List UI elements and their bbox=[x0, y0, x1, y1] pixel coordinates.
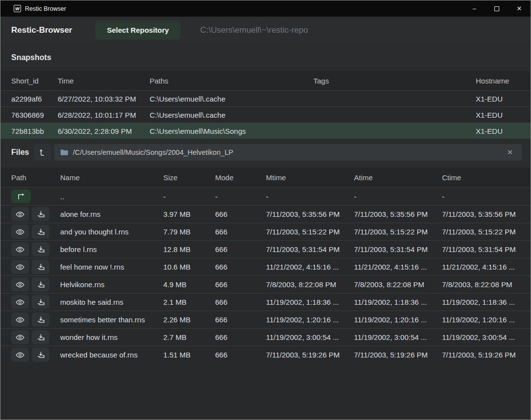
file-name: feel home now !.rns bbox=[60, 263, 163, 271]
snapshot-row[interactable]: 76306869 6/28/2022, 10:01:17 PM C:\Users… bbox=[0, 106, 531, 123]
file-row[interactable]: feel home now !.rns 10.6 MB 666 11/21/20… bbox=[0, 258, 531, 275]
eye-icon bbox=[16, 282, 24, 288]
preview-file-button[interactable] bbox=[11, 330, 29, 344]
files-table-body: alone for.rns 3.97 MB 666 7/11/2003, 5:3… bbox=[0, 205, 531, 363]
file-row[interactable]: moskito he said.rns 2.1 MB 666 11/19/200… bbox=[0, 293, 531, 311]
file-ctime: 11/19/2002, 1:20:16 ... bbox=[442, 315, 520, 324]
preview-file-button[interactable] bbox=[11, 277, 29, 292]
download-file-button[interactable] bbox=[32, 242, 49, 256]
clear-path-button[interactable]: ✕ bbox=[504, 147, 516, 158]
snapshot-row[interactable]: 72b813bb 6/30/2022, 2:28:09 PM C:\Users\… bbox=[0, 123, 531, 139]
snapshot-row[interactable]: a2299af6 6/27/2022, 10:03:32 PM C:\Users… bbox=[0, 90, 531, 106]
snapshot-time: 6/30/2022, 2:28:09 PM bbox=[58, 127, 150, 135]
file-atime: 7/11/2003, 5:31:54 PM bbox=[354, 245, 442, 253]
parent-row-mode: - bbox=[215, 192, 266, 201]
app-title: Restic-Browser bbox=[11, 25, 72, 35]
current-path-bar[interactable]: /C/Users/emuell/Music/Songs/2004_Helveti… bbox=[54, 144, 522, 161]
snapshot-short-id: 72b813bb bbox=[11, 127, 58, 135]
file-atime: 11/19/2002, 3:00:54 ... bbox=[354, 333, 442, 341]
close-button[interactable]: ✕ bbox=[508, 0, 531, 17]
file-row[interactable]: Helvikone.rns 4.9 MB 666 7/8/2003, 8:22:… bbox=[0, 275, 531, 293]
parent-directory-button[interactable] bbox=[11, 189, 31, 203]
file-size: 12.8 MB bbox=[163, 245, 215, 253]
file-row[interactable]: and you thought l.rns 7.79 MB 666 7/11/2… bbox=[0, 223, 531, 240]
file-atime: 7/11/2003, 5:15:22 PM bbox=[354, 228, 442, 236]
eye-icon bbox=[16, 299, 24, 305]
minimize-icon: – bbox=[472, 5, 476, 12]
file-name: and you thought l.rns bbox=[60, 228, 163, 236]
file-ctime: 11/19/2002, 3:00:54 ... bbox=[442, 333, 520, 341]
download-file-button[interactable] bbox=[32, 330, 49, 344]
preview-file-button[interactable] bbox=[11, 295, 29, 309]
preview-file-button[interactable] bbox=[11, 348, 29, 362]
file-mtime: 7/11/2003, 5:35:56 PM bbox=[266, 210, 354, 218]
go-up-level-button[interactable] bbox=[34, 144, 51, 161]
download-file-button[interactable] bbox=[32, 313, 49, 327]
download-icon bbox=[37, 299, 44, 306]
files-table-header: Path Name Size Mode Mtime Atime Ctime bbox=[0, 168, 531, 187]
file-mode: 666 bbox=[215, 333, 266, 341]
download-file-button[interactable] bbox=[32, 225, 49, 239]
snapshot-time: 6/27/2022, 10:03:32 PM bbox=[58, 95, 150, 103]
snapshot-hostname: X1-EDU bbox=[476, 95, 520, 103]
parent-row-size: - bbox=[163, 192, 215, 201]
files-bar: Files /C/Users/emuell/Music/Songs/2004_H… bbox=[0, 139, 531, 168]
file-name: wrecked because of.rns bbox=[60, 351, 163, 359]
file-mode: 666 bbox=[215, 315, 266, 324]
file-row[interactable]: wonder how it.rns 2.7 MB 666 11/19/2002,… bbox=[0, 328, 531, 346]
file-atime: 11/19/2002, 1:20:16 ... bbox=[354, 315, 442, 324]
preview-file-button[interactable] bbox=[11, 313, 29, 327]
preview-file-button[interactable] bbox=[11, 260, 29, 274]
preview-file-button[interactable] bbox=[11, 207, 29, 221]
file-mtime: 7/11/2003, 5:31:54 PM bbox=[266, 245, 354, 253]
file-size: 2.7 MB bbox=[163, 333, 215, 341]
arrow-up-right-icon bbox=[17, 193, 25, 200]
file-row[interactable]: wrecked because of.rns 1.51 MB 666 7/11/… bbox=[0, 346, 531, 363]
eye-icon bbox=[16, 211, 24, 217]
minimize-button[interactable]: – bbox=[463, 0, 486, 17]
file-mtime: 11/19/2002, 1:18:36 ... bbox=[266, 298, 354, 306]
snapshot-paths: C:\Users\emuell\Music\Songs bbox=[150, 127, 313, 135]
file-atime: 7/11/2003, 5:35:56 PM bbox=[354, 210, 442, 218]
eye-icon bbox=[16, 352, 24, 358]
select-repository-button[interactable]: Select Repository bbox=[95, 21, 181, 40]
eye-icon bbox=[16, 247, 24, 252]
parent-directory-row[interactable]: .. - - - - - bbox=[0, 187, 531, 205]
file-ctime: 7/11/2003, 5:19:26 PM bbox=[442, 351, 520, 359]
snapshots-table-body: a2299af6 6/27/2022, 10:03:32 PM C:\Users… bbox=[0, 90, 531, 139]
file-mode: 666 bbox=[215, 210, 266, 218]
preview-file-button[interactable] bbox=[11, 225, 29, 239]
col-header-hostname: Hostname bbox=[476, 77, 520, 85]
file-row[interactable]: alone for.rns 3.97 MB 666 7/11/2003, 5:3… bbox=[0, 205, 531, 223]
file-size: 1.51 MB bbox=[163, 351, 215, 359]
file-mode: 666 bbox=[215, 351, 266, 359]
download-icon bbox=[37, 211, 44, 218]
file-ctime: 11/21/2002, 4:15:16 ... bbox=[442, 263, 520, 271]
col-header-path: Path bbox=[11, 173, 60, 182]
download-file-button[interactable] bbox=[32, 295, 49, 309]
file-ctime: 11/19/2002, 1:18:36 ... bbox=[442, 298, 520, 306]
file-name: wonder how it.rns bbox=[60, 333, 163, 341]
download-file-button[interactable] bbox=[32, 207, 49, 221]
parent-row-atime: - bbox=[354, 192, 442, 201]
parent-row-ctime: - bbox=[442, 192, 520, 201]
eye-icon bbox=[16, 229, 24, 235]
preview-file-button[interactable] bbox=[11, 242, 29, 256]
file-size: 7.79 MB bbox=[163, 228, 215, 236]
file-mtime: 11/19/2002, 1:20:16 ... bbox=[266, 315, 354, 324]
close-icon: ✕ bbox=[517, 5, 522, 12]
snapshots-heading: Snapshots bbox=[0, 43, 531, 71]
file-row[interactable]: before l.rns 12.8 MB 666 7/11/2003, 5:31… bbox=[0, 240, 531, 258]
download-file-button[interactable] bbox=[32, 348, 49, 362]
snapshot-paths: C:\Users\emuell\.cache bbox=[150, 95, 313, 103]
file-size: 2.1 MB bbox=[163, 298, 215, 306]
file-atime: 7/11/2003, 5:19:26 PM bbox=[354, 351, 442, 359]
download-file-button[interactable] bbox=[32, 260, 49, 274]
file-name: moskito he said.rns bbox=[60, 298, 163, 306]
folder-icon bbox=[60, 149, 68, 156]
maximize-button[interactable] bbox=[486, 0, 508, 17]
download-file-button[interactable] bbox=[32, 277, 49, 292]
file-size: 10.6 MB bbox=[163, 263, 215, 271]
snapshot-short-id: 76306869 bbox=[11, 111, 58, 119]
file-row[interactable]: sometimes better than.rns 2.26 MB 666 11… bbox=[0, 311, 531, 328]
